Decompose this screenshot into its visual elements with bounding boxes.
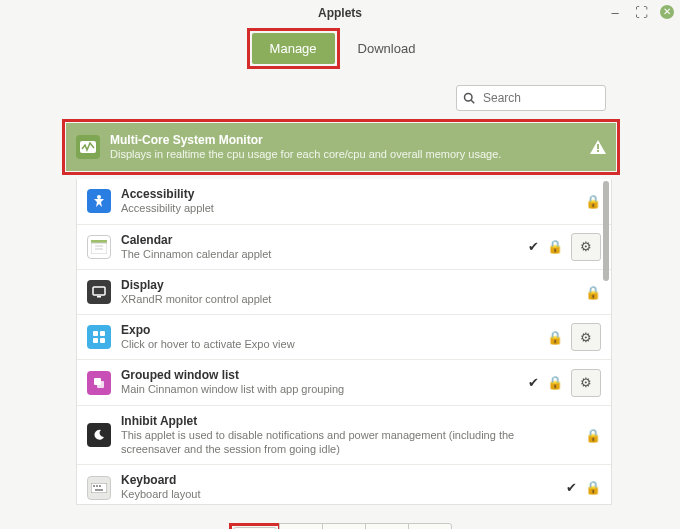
action-toolbar: ＋ − (0, 523, 680, 529)
gear-icon: ⚙ (580, 375, 592, 390)
lock-icon: 🔒 (547, 375, 563, 390)
applet-desc: Displays in realtime the cpu usage for e… (110, 147, 580, 161)
svg-rect-14 (93, 338, 98, 343)
applet-name: Grouped window list (121, 368, 518, 382)
applet-row-multicore[interactable]: Multi-Core System Monitor Displays in re… (66, 123, 616, 171)
applet-name: Expo (121, 323, 537, 337)
lock-icon: 🔒 (547, 239, 563, 254)
manage-tab-highlight: Manage (247, 28, 340, 69)
applet-name: Inhibit Applet (121, 414, 575, 428)
search-input[interactable] (481, 90, 599, 106)
star-button[interactable] (408, 523, 452, 529)
check-icon: ✔ (566, 480, 577, 495)
close-button[interactable]: ✕ (660, 5, 674, 19)
lock-icon: 🔒 (585, 194, 601, 209)
svg-rect-17 (97, 381, 104, 388)
tab-download[interactable]: Download (340, 28, 434, 69)
expo-icon (87, 325, 111, 349)
gear-icon: ⚙ (580, 330, 592, 345)
applet-desc: The Cinnamon calendar applet (121, 247, 518, 261)
grouped-icon (87, 371, 111, 395)
applet-desc: Main Cinnamon window list with app group… (121, 382, 518, 396)
svg-rect-11 (97, 296, 101, 298)
applet-name: Calendar (121, 233, 518, 247)
gear-icon: ⚙ (580, 239, 592, 254)
svg-rect-13 (100, 331, 105, 336)
lock-icon: 🔒 (585, 285, 601, 300)
moon-icon (87, 423, 111, 447)
applet-name: Multi-Core System Monitor (110, 133, 580, 147)
disable-button[interactable] (322, 523, 366, 529)
check-icon: ✔ (528, 375, 539, 390)
svg-rect-10 (93, 287, 105, 295)
warning-icon (590, 140, 606, 154)
search-icon (463, 92, 475, 104)
svg-rect-3 (597, 144, 599, 149)
applet-row-accessibility[interactable]: Accessibility Accessibility applet 🔒 (77, 179, 611, 224)
applet-row-grouped[interactable]: Grouped window list Main Cinnamon window… (77, 360, 611, 405)
tab-manage[interactable]: Manage (252, 33, 335, 64)
check-icon: ✔ (528, 239, 539, 254)
settings-button[interactable]: ⚙ (571, 233, 601, 261)
window-title: Applets (318, 6, 362, 20)
applet-desc: Keyboard layout (121, 487, 556, 501)
svg-rect-19 (93, 485, 95, 487)
svg-line-1 (471, 100, 474, 103)
accessibility-icon (87, 189, 111, 213)
svg-rect-4 (597, 150, 599, 152)
svg-rect-18 (91, 483, 107, 493)
undo-button[interactable] (365, 523, 409, 529)
applet-desc: Accessibility applet (121, 201, 575, 215)
applet-name: Keyboard (121, 473, 556, 487)
add-button-highlight: ＋ (229, 523, 281, 529)
svg-rect-15 (100, 338, 105, 343)
settings-button[interactable]: ⚙ (571, 323, 601, 351)
svg-rect-22 (95, 489, 103, 491)
minimize-button[interactable]: – (608, 5, 622, 19)
scrollbar[interactable] (603, 181, 609, 281)
svg-rect-20 (96, 485, 98, 487)
svg-point-5 (97, 195, 101, 199)
applet-row-keyboard[interactable]: Keyboard Keyboard layout ✔ 🔒 (77, 465, 611, 505)
applet-list: Accessibility Accessibility applet 🔒 Cal… (76, 179, 612, 505)
maximize-button[interactable]: ⛶ (634, 5, 648, 19)
svg-rect-12 (93, 331, 98, 336)
applet-row-display[interactable]: Display XRandR monitor control applet 🔒 (77, 270, 611, 315)
lock-icon: 🔒 (547, 330, 563, 345)
remove-button[interactable]: − (279, 523, 323, 529)
applet-desc: This applet is used to disable notificat… (121, 428, 575, 457)
selected-row-highlight: Multi-Core System Monitor Displays in re… (62, 119, 620, 175)
applet-desc: Click or hover to activate Expo view (121, 337, 537, 351)
calendar-icon (87, 235, 111, 259)
applet-name: Display (121, 278, 575, 292)
lock-icon: 🔒 (585, 480, 601, 495)
display-icon (87, 280, 111, 304)
applet-row-inhibit[interactable]: Inhibit Applet This applet is used to di… (77, 406, 611, 466)
settings-button[interactable]: ⚙ (571, 369, 601, 397)
monitor-icon (76, 135, 100, 159)
keyboard-icon (87, 476, 111, 500)
svg-rect-21 (99, 485, 101, 487)
applet-row-expo[interactable]: Expo Click or hover to activate Expo vie… (77, 315, 611, 360)
lock-icon: 🔒 (585, 428, 601, 443)
applet-desc: XRandR monitor control applet (121, 292, 575, 306)
applet-row-calendar[interactable]: Calendar The Cinnamon calendar applet ✔ … (77, 225, 611, 270)
search-box[interactable] (456, 85, 606, 111)
svg-point-0 (465, 94, 473, 102)
applet-name: Accessibility (121, 187, 575, 201)
